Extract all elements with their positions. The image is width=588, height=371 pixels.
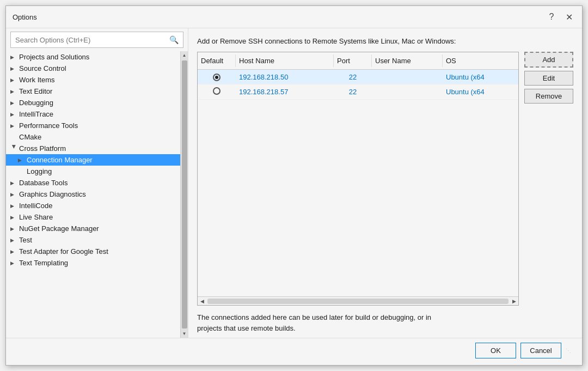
- tree-label-test-adapter-google: Test Adapter for Google Test: [19, 247, 108, 256]
- add-button[interactable]: Add: [524, 52, 573, 68]
- tree-label-performance-tools: Performance Tools: [19, 121, 78, 130]
- search-box-wrap[interactable]: 🔍: [10, 32, 183, 48]
- hostname-cell-0: 192.168.218.50: [236, 70, 334, 84]
- close-button[interactable]: ✕: [562, 10, 575, 23]
- tree-arrow-text-templating: ▶: [10, 260, 18, 266]
- help-button[interactable]: ?: [545, 10, 558, 23]
- title-bar-buttons: ? ✕: [545, 10, 575, 23]
- tree-item-projects-solutions[interactable]: ▶Projects and Solutions: [6, 51, 180, 63]
- tree-label-connection-manager: Connection Manager: [27, 156, 93, 164]
- tree-item-test-adapter-google[interactable]: ▶Test Adapter for Google Test: [6, 246, 180, 257]
- tree-arrow-debugging: ▶: [10, 100, 18, 106]
- tree-label-debugging: Debugging: [19, 99, 53, 107]
- tree-label-intellitrace: IntelliTrace: [19, 110, 53, 118]
- tree-item-graphics-diagnostics[interactable]: ▶Graphics Diagnostics: [6, 188, 180, 200]
- tree-item-performance-tools[interactable]: ▶Performance Tools: [6, 120, 180, 131]
- hscroll-right-arrow[interactable]: ▶: [510, 297, 518, 306]
- ok-button[interactable]: OK: [475, 343, 516, 358]
- tree-item-text-templating[interactable]: ▶Text Templating: [6, 257, 180, 269]
- os-cell-0: Ubuntu (x64: [443, 70, 518, 84]
- tree-item-debugging[interactable]: ▶Debugging: [6, 97, 180, 108]
- tree-arrow-intellitrace: ▶: [10, 112, 18, 117]
- tree-item-cross-platform[interactable]: ▶Cross Platform: [6, 143, 180, 154]
- dialog-title: Options: [13, 13, 37, 21]
- action-buttons: Add Edit Remove: [524, 52, 573, 306]
- right-panel: Add or Remove SSH connections to Remote …: [188, 28, 582, 338]
- hscroll-track[interactable]: [207, 299, 509, 304]
- table-body: 192.168.218.5022Ubuntu (x64192.168.218.5…: [198, 70, 518, 296]
- tree-arrow-database-tools: ▶: [10, 180, 18, 186]
- radio-cell-1[interactable]: [198, 84, 236, 99]
- tree-label-projects-solutions: Projects and Solutions: [19, 53, 89, 61]
- scroll-thumb[interactable]: [182, 60, 187, 329]
- remove-button[interactable]: Remove: [524, 89, 573, 104]
- tree-arrow-projects-solutions: ▶: [10, 54, 18, 60]
- port-cell-1: 22: [334, 85, 372, 99]
- tree-label-cross-platform: Cross Platform: [19, 144, 66, 153]
- tree-arrow-text-editor: ▶: [10, 89, 18, 94]
- col-default: Default: [198, 54, 236, 67]
- col-hostname: Host Name: [236, 54, 334, 67]
- port-cell-0: 22: [334, 70, 372, 84]
- tree-label-intellicode: IntelliCode: [19, 202, 52, 210]
- tree-arrow-live-share: ▶: [10, 215, 18, 220]
- main-content: Default Host Name Port User Name OS 192.…: [197, 52, 573, 306]
- col-os: OS: [443, 54, 518, 67]
- tree-label-graphics-diagnostics: Graphics Diagnostics: [19, 190, 86, 198]
- table-row[interactable]: 192.168.218.5722Ubuntu (x64: [198, 84, 518, 100]
- tree-label-database-tools: Database Tools: [19, 179, 68, 187]
- search-input[interactable]: [15, 36, 169, 44]
- tree-label-logging: Logging: [27, 167, 52, 175]
- horizontal-scrollbar[interactable]: ◀ ▶: [198, 296, 518, 305]
- os-cell-1: Ubuntu (x64: [443, 85, 518, 99]
- col-username: User Name: [372, 54, 443, 67]
- scroll-up-arrow[interactable]: ▲: [182, 51, 187, 59]
- tree-item-cmake[interactable]: CMake: [6, 131, 180, 143]
- vertical-scrollbar[interactable]: ▲ ▼: [180, 51, 188, 338]
- tree-label-nuget-package-manager: NuGet Package Manager: [19, 224, 99, 233]
- search-icon: 🔍: [169, 35, 179, 44]
- scroll-down-arrow[interactable]: ▼: [182, 330, 187, 338]
- tree-label-text-templating: Text Templating: [19, 259, 68, 267]
- title-bar: Options ? ✕: [6, 6, 582, 28]
- tree-arrow-performance-tools: ▶: [10, 123, 18, 129]
- tree-item-intellitrace[interactable]: ▶IntelliTrace: [6, 108, 180, 120]
- dialog-footer: OK Cancel ⋱: [6, 338, 582, 365]
- panel-description: Add or Remove SSH connections to Remote …: [197, 37, 573, 45]
- tree-item-test[interactable]: ▶Test: [6, 234, 180, 246]
- username-cell-0: [372, 74, 443, 80]
- tree-item-connection-manager[interactable]: ▶Connection Manager: [6, 154, 180, 166]
- tree-item-work-items[interactable]: ▶Work Items: [6, 74, 180, 86]
- tree-arrow-work-items: ▶: [10, 77, 18, 83]
- hostname-cell-1: 192.168.218.57: [236, 85, 334, 99]
- edit-button[interactable]: Edit: [524, 71, 573, 86]
- hscroll-left-arrow[interactable]: ◀: [198, 297, 206, 306]
- tree-item-live-share[interactable]: ▶Live Share: [6, 211, 180, 223]
- radio-cell-0[interactable]: [198, 70, 236, 84]
- tree-item-database-tools[interactable]: ▶Database Tools: [6, 177, 180, 188]
- tree-label-text-editor: Text Editor: [19, 87, 52, 95]
- tree-arrow-nuget-package-manager: ▶: [10, 226, 18, 232]
- left-panel: 🔍 ▶Projects and Solutions▶Source Control…: [6, 28, 188, 338]
- tree-arrow-source-control: ▶: [10, 66, 18, 71]
- tree-arrow-graphics-diagnostics: ▶: [10, 192, 18, 197]
- tree-arrow-test: ▶: [10, 238, 18, 243]
- tree-item-text-editor[interactable]: ▶Text Editor: [6, 86, 180, 97]
- tree-label-source-control: Source Control: [19, 64, 66, 72]
- radio-button-0[interactable]: [213, 74, 220, 81]
- table-header: Default Host Name Port User Name OS: [198, 52, 518, 70]
- tree-item-source-control[interactable]: ▶Source Control: [6, 63, 180, 74]
- tree-item-intellicode[interactable]: ▶IntelliCode: [6, 200, 180, 211]
- options-dialog: Options ? ✕ 🔍 ▶Projects and Solutions▶So…: [5, 5, 583, 366]
- footer-note: The connections added here can be used l…: [197, 306, 573, 338]
- cancel-button[interactable]: Cancel: [520, 343, 561, 358]
- tree-label-cmake: CMake: [19, 133, 41, 141]
- tree-item-nuget-package-manager[interactable]: ▶NuGet Package Manager: [6, 223, 180, 234]
- tree-item-logging[interactable]: Logging: [6, 166, 180, 177]
- tree-arrow-cross-platform: ▶: [11, 145, 17, 153]
- radio-button-1[interactable]: [213, 87, 220, 95]
- table-row[interactable]: 192.168.218.5022Ubuntu (x64: [198, 70, 518, 84]
- options-tree: ▶Projects and Solutions▶Source Control▶W…: [6, 51, 180, 338]
- tree-label-work-items: Work Items: [19, 76, 55, 84]
- col-port: Port: [334, 54, 372, 67]
